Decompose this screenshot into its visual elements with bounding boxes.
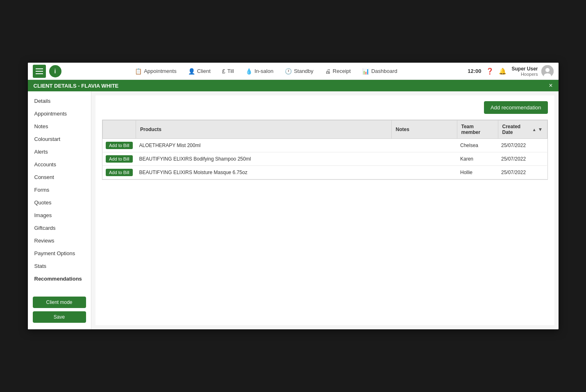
cell-notes-1 xyxy=(391,152,457,166)
nav-standby[interactable]: 🕐 Standby xyxy=(279,63,319,80)
nav-client-label: Client xyxy=(197,68,211,74)
cell-team-1: Karen xyxy=(457,152,498,166)
table-row: Add to Bill BEAUTIFYING ELIXIRS Bodifyin… xyxy=(102,152,547,166)
sort-icon[interactable]: ▲ xyxy=(532,127,536,132)
logo: i xyxy=(49,65,61,77)
user-name: Super User xyxy=(511,66,538,72)
nav-links: 📋 Appointments 👤 Client £ Till 💧 In-salo… xyxy=(68,63,465,80)
nav-standby-label: Standby xyxy=(294,68,313,74)
help-button[interactable]: ❓ xyxy=(486,68,494,75)
cell-team-2: Hollie xyxy=(457,166,498,179)
sidebar-item-quotes[interactable]: Quotes xyxy=(28,196,91,209)
cell-add-btn-1: Add to Bill xyxy=(102,152,136,166)
nav-receipt[interactable]: 🖨 Receipt xyxy=(319,63,357,80)
close-button[interactable]: × xyxy=(549,82,552,89)
cell-notes-0 xyxy=(391,139,457,152)
top-nav: i 📋 Appointments 👤 Client £ Till 💧 In-sa… xyxy=(28,63,559,80)
cell-add-btn-0: Add to Bill xyxy=(102,139,136,152)
content-header: Add recommendation xyxy=(102,101,548,114)
sidebar-item-details[interactable]: Details xyxy=(28,95,91,107)
nav-right: 12:00 ❓ 🔔 Super User Hoopers xyxy=(468,65,553,77)
sidebar: Details Appointments Notes Colourstart A… xyxy=(28,91,91,329)
cell-add-btn-2: Add to Bill xyxy=(102,166,136,179)
sidebar-item-accounts[interactable]: Accounts xyxy=(28,158,91,171)
sidebar-item-recommendations[interactable]: Recommendations xyxy=(28,272,91,285)
cell-notes-2 xyxy=(391,166,457,179)
sidebar-item-payment-options[interactable]: Payment Options xyxy=(28,247,91,260)
nav-time: 12:00 xyxy=(468,68,481,74)
nav-insalon[interactable]: 💧 In-salon xyxy=(240,63,279,80)
main-layout: Details Appointments Notes Colourstart A… xyxy=(28,91,559,329)
th-team-member: Team member xyxy=(457,120,498,139)
nav-till-label: Till xyxy=(227,68,234,74)
table-header-row: Products Notes Team member Created Date xyxy=(102,120,547,139)
nav-insalon-label: In-salon xyxy=(254,68,273,74)
th-notes: Notes xyxy=(391,120,457,139)
user-avatar xyxy=(541,65,554,77)
cell-team-0: Chelsea xyxy=(457,139,498,152)
sidebar-item-reviews[interactable]: Reviews xyxy=(28,234,91,247)
th-add xyxy=(102,120,136,139)
nav-dashboard-label: Dashboard xyxy=(371,68,397,74)
sidebar-item-consent[interactable]: Consent xyxy=(28,171,91,184)
nav-receipt-label: Receipt xyxy=(333,68,351,74)
receipt-icon: 🖨 xyxy=(325,68,331,75)
add-to-bill-button-2[interactable]: Add to Bill xyxy=(106,169,133,176)
user-location: Hoopers xyxy=(511,72,538,77)
hamburger-button[interactable] xyxy=(33,65,46,78)
sidebar-item-notes[interactable]: Notes xyxy=(28,120,91,133)
cell-date-1: 25/07/2022 xyxy=(498,152,547,166)
nav-appointments-label: Appointments xyxy=(144,68,177,74)
th-created-date[interactable]: Created Date ▲ ▼ xyxy=(498,120,547,139)
appointments-icon: 📋 xyxy=(135,68,142,75)
nav-dashboard[interactable]: 📊 Dashboard xyxy=(357,63,403,80)
cell-date-2: 25/07/2022 xyxy=(498,166,547,179)
app-window: i 📋 Appointments 👤 Client £ Till 💧 In-sa… xyxy=(28,63,559,329)
add-recommendation-button[interactable]: Add recommendation xyxy=(484,101,548,114)
standby-icon: 🕐 xyxy=(285,68,292,75)
cell-product-0: ALOETHERAPY Mist 200ml xyxy=(136,139,391,152)
insalon-icon: 💧 xyxy=(245,68,252,75)
user-info-container: Super User Hoopers xyxy=(511,65,553,77)
sidebar-item-giftcards[interactable]: Giftcards xyxy=(28,222,91,234)
user-info: Super User Hoopers xyxy=(511,66,538,77)
table-wrapper: Products Notes Team member Created Date xyxy=(102,120,548,180)
add-to-bill-button-1[interactable]: Add to Bill xyxy=(106,155,133,163)
sidebar-item-stats[interactable]: Stats xyxy=(28,260,91,272)
th-products: Products xyxy=(136,120,391,139)
recommendations-table: Products Notes Team member Created Date xyxy=(102,120,547,179)
table-row: Add to Bill BEAUTIFYING ELIXIRS Moisture… xyxy=(102,166,547,179)
nav-till[interactable]: £ Till xyxy=(216,63,240,80)
nav-appointments[interactable]: 📋 Appointments xyxy=(129,63,182,80)
sidebar-item-images[interactable]: Images xyxy=(28,209,91,222)
cell-date-0: 25/07/2022 xyxy=(498,139,547,152)
sidebar-item-alerts[interactable]: Alerts xyxy=(28,145,91,158)
table-row: Add to Bill ALOETHERAPY Mist 200ml Chels… xyxy=(102,139,547,152)
sidebar-item-forms[interactable]: Forms xyxy=(28,184,91,196)
sidebar-item-appointments[interactable]: Appointments xyxy=(28,107,91,120)
add-to-bill-button-0[interactable]: Add to Bill xyxy=(106,142,133,149)
page-title: CLIENT DETAILS - FLAVIA WHITE xyxy=(34,83,119,89)
nav-client[interactable]: 👤 Client xyxy=(182,63,216,80)
hamburger-icon xyxy=(34,67,45,76)
notification-button[interactable]: 🔔 xyxy=(499,68,507,75)
cell-product-1: BEAUTIFYING ELIXIRS Bodifying Shampoo 25… xyxy=(136,152,391,166)
page-header: CLIENT DETAILS - FLAVIA WHITE × xyxy=(28,80,559,91)
content-area: Add recommendation Products Notes xyxy=(95,95,554,325)
client-mode-button[interactable]: Client mode xyxy=(33,297,86,308)
till-icon: £ xyxy=(222,68,225,75)
client-icon: 👤 xyxy=(188,68,195,75)
dashboard-icon: 📊 xyxy=(362,68,369,75)
svg-point-1 xyxy=(545,68,550,72)
filter-icon[interactable]: ▼ xyxy=(538,127,543,132)
sidebar-bottom: Client mode Save xyxy=(28,293,91,326)
save-button[interactable]: Save xyxy=(33,311,86,323)
cell-product-2: BEAUTIFYING ELIXIRS Moisture Masque 6.75… xyxy=(136,166,391,179)
sidebar-item-colourstart[interactable]: Colourstart xyxy=(28,133,91,145)
